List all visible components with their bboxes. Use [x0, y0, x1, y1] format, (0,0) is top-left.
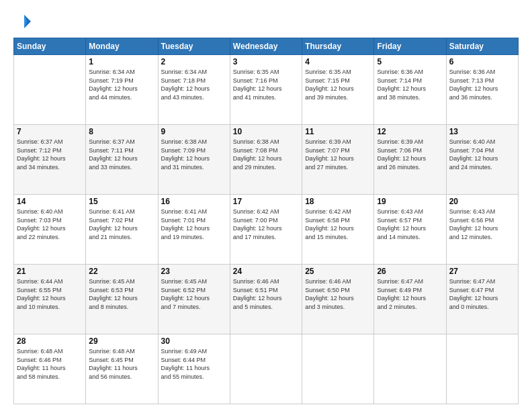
calendar-cell: 23Sunrise: 6:45 AM Sunset: 6:52 PM Dayli… — [158, 265, 230, 334]
calendar-cell: 5Sunrise: 6:36 AM Sunset: 7:14 PM Daylig… — [374, 55, 446, 125]
cell-info: Sunrise: 6:39 AM Sunset: 7:07 PM Dayligh… — [305, 138, 371, 171]
cell-info: Sunrise: 6:48 AM Sunset: 6:46 PM Dayligh… — [17, 347, 83, 381]
cell-info: Sunrise: 6:42 AM Sunset: 6:58 PM Dayligh… — [305, 208, 371, 241]
logo — [13, 12, 35, 31]
day-number: 2 — [161, 57, 227, 66]
calendar-cell: 17Sunrise: 6:42 AM Sunset: 7:00 PM Dayli… — [230, 195, 302, 265]
cell-info: Sunrise: 6:48 AM Sunset: 6:45 PM Dayligh… — [89, 347, 154, 381]
cell-info: Sunrise: 6:34 AM Sunset: 7:18 PM Dayligh… — [161, 68, 227, 101]
day-number: 26 — [377, 267, 443, 276]
cell-info: Sunrise: 6:39 AM Sunset: 7:06 PM Dayligh… — [377, 138, 443, 171]
calendar-cell: 15Sunrise: 6:41 AM Sunset: 7:02 PM Dayli… — [86, 195, 158, 265]
calendar-cell: 18Sunrise: 6:42 AM Sunset: 6:58 PM Dayli… — [302, 195, 374, 265]
calendar-cell: 2Sunrise: 6:34 AM Sunset: 7:18 PM Daylig… — [158, 55, 230, 125]
weekday-header-tuesday: Tuesday — [158, 38, 230, 55]
day-number: 12 — [377, 127, 443, 136]
calendar-cell — [446, 334, 518, 404]
day-number: 20 — [449, 197, 515, 206]
calendar-cell: 6Sunrise: 6:36 AM Sunset: 7:13 PM Daylig… — [446, 55, 518, 125]
cell-info: Sunrise: 6:44 AM Sunset: 6:55 PM Dayligh… — [17, 277, 83, 311]
calendar-cell: 21Sunrise: 6:44 AM Sunset: 6:55 PM Dayli… — [14, 265, 86, 334]
calendar-cell: 25Sunrise: 6:46 AM Sunset: 6:50 PM Dayli… — [302, 265, 374, 334]
day-number: 21 — [17, 267, 83, 276]
calendar-cell: 27Sunrise: 6:47 AM Sunset: 6:47 PM Dayli… — [446, 265, 518, 334]
day-number: 25 — [305, 267, 371, 276]
calendar-cell: 12Sunrise: 6:39 AM Sunset: 7:06 PM Dayli… — [374, 125, 446, 195]
calendar-cell: 3Sunrise: 6:35 AM Sunset: 7:16 PM Daylig… — [230, 55, 302, 125]
cell-info: Sunrise: 6:41 AM Sunset: 7:01 PM Dayligh… — [161, 208, 227, 241]
header — [13, 12, 519, 31]
day-number: 27 — [449, 267, 515, 276]
cell-info: Sunrise: 6:46 AM Sunset: 6:51 PM Dayligh… — [233, 277, 299, 311]
weekday-header-saturday: Saturday — [446, 38, 518, 55]
day-number: 30 — [161, 336, 227, 346]
calendar-cell: 9Sunrise: 6:38 AM Sunset: 7:09 PM Daylig… — [158, 125, 230, 195]
calendar-cell: 11Sunrise: 6:39 AM Sunset: 7:07 PM Dayli… — [302, 125, 374, 195]
calendar-week-row: 14Sunrise: 6:40 AM Sunset: 7:03 PM Dayli… — [14, 195, 519, 265]
calendar-week-row: 21Sunrise: 6:44 AM Sunset: 6:55 PM Dayli… — [14, 265, 519, 334]
calendar-cell: 8Sunrise: 6:37 AM Sunset: 7:11 PM Daylig… — [86, 125, 158, 195]
cell-info: Sunrise: 6:42 AM Sunset: 7:00 PM Dayligh… — [233, 208, 299, 241]
cell-info: Sunrise: 6:45 AM Sunset: 6:52 PM Dayligh… — [161, 277, 227, 311]
calendar-cell: 19Sunrise: 6:43 AM Sunset: 6:57 PM Dayli… — [374, 195, 446, 265]
day-number: 19 — [377, 197, 443, 206]
day-number: 9 — [161, 127, 227, 136]
weekday-header-sunday: Sunday — [14, 38, 86, 55]
calendar-cell: 20Sunrise: 6:43 AM Sunset: 6:56 PM Dayli… — [446, 195, 518, 265]
day-number: 14 — [17, 197, 83, 206]
calendar-cell: 13Sunrise: 6:40 AM Sunset: 7:04 PM Dayli… — [446, 125, 518, 195]
calendar-cell — [302, 334, 374, 404]
calendar-cell — [230, 334, 302, 404]
calendar-cell: 14Sunrise: 6:40 AM Sunset: 7:03 PM Dayli… — [14, 195, 86, 265]
cell-info: Sunrise: 6:43 AM Sunset: 6:57 PM Dayligh… — [377, 208, 443, 241]
cell-info: Sunrise: 6:38 AM Sunset: 7:09 PM Dayligh… — [161, 138, 227, 171]
cell-info: Sunrise: 6:35 AM Sunset: 7:15 PM Dayligh… — [305, 68, 371, 101]
weekday-header-wednesday: Wednesday — [230, 38, 302, 55]
calendar-cell: 10Sunrise: 6:38 AM Sunset: 7:08 PM Dayli… — [230, 125, 302, 195]
cell-info: Sunrise: 6:37 AM Sunset: 7:12 PM Dayligh… — [17, 138, 83, 171]
calendar-cell: 26Sunrise: 6:47 AM Sunset: 6:49 PM Dayli… — [374, 265, 446, 334]
cell-info: Sunrise: 6:38 AM Sunset: 7:08 PM Dayligh… — [233, 138, 299, 171]
day-number: 13 — [449, 127, 515, 136]
cell-info: Sunrise: 6:34 AM Sunset: 7:19 PM Dayligh… — [89, 68, 154, 101]
day-number: 16 — [161, 197, 227, 206]
day-number: 28 — [17, 336, 83, 346]
day-number: 17 — [233, 197, 299, 206]
cell-info: Sunrise: 6:36 AM Sunset: 7:13 PM Dayligh… — [449, 68, 515, 101]
calendar-week-row: 7Sunrise: 6:37 AM Sunset: 7:12 PM Daylig… — [14, 125, 519, 195]
day-number: 6 — [449, 57, 515, 66]
cell-info: Sunrise: 6:45 AM Sunset: 6:53 PM Dayligh… — [89, 277, 154, 311]
day-number: 23 — [161, 267, 227, 276]
page: SundayMondayTuesdayWednesdayThursdayFrid… — [0, 0, 532, 411]
day-number: 7 — [17, 127, 83, 136]
calendar-cell — [374, 334, 446, 404]
calendar-cell: 22Sunrise: 6:45 AM Sunset: 6:53 PM Dayli… — [86, 265, 158, 334]
calendar-cell: 1Sunrise: 6:34 AM Sunset: 7:19 PM Daylig… — [86, 55, 158, 125]
cell-info: Sunrise: 6:49 AM Sunset: 6:44 PM Dayligh… — [161, 347, 227, 381]
weekday-header-thursday: Thursday — [302, 38, 374, 55]
cell-info: Sunrise: 6:47 AM Sunset: 6:47 PM Dayligh… — [449, 277, 515, 311]
calendar-cell: 7Sunrise: 6:37 AM Sunset: 7:12 PM Daylig… — [14, 125, 86, 195]
day-number: 22 — [89, 267, 154, 276]
cell-info: Sunrise: 6:40 AM Sunset: 7:04 PM Dayligh… — [449, 138, 515, 171]
cell-info: Sunrise: 6:35 AM Sunset: 7:16 PM Dayligh… — [233, 68, 299, 101]
day-number: 15 — [89, 197, 154, 206]
calendar-cell: 29Sunrise: 6:48 AM Sunset: 6:45 PM Dayli… — [86, 334, 158, 404]
cell-info: Sunrise: 6:43 AM Sunset: 6:56 PM Dayligh… — [449, 208, 515, 241]
day-number: 3 — [233, 57, 299, 66]
calendar-week-row: 28Sunrise: 6:48 AM Sunset: 6:46 PM Dayli… — [14, 334, 519, 404]
weekday-header-monday: Monday — [86, 38, 158, 55]
calendar-cell: 4Sunrise: 6:35 AM Sunset: 7:15 PM Daylig… — [302, 55, 374, 125]
day-number: 24 — [233, 267, 299, 276]
day-number: 29 — [89, 336, 154, 346]
day-number: 1 — [89, 57, 154, 66]
day-number: 5 — [377, 57, 443, 66]
cell-info: Sunrise: 6:41 AM Sunset: 7:02 PM Dayligh… — [89, 208, 154, 241]
calendar-cell — [14, 55, 86, 125]
calendar-cell: 16Sunrise: 6:41 AM Sunset: 7:01 PM Dayli… — [158, 195, 230, 265]
day-number: 11 — [305, 127, 371, 136]
cell-info: Sunrise: 6:46 AM Sunset: 6:50 PM Dayligh… — [305, 277, 371, 311]
day-number: 8 — [89, 127, 154, 136]
cell-info: Sunrise: 6:36 AM Sunset: 7:14 PM Dayligh… — [377, 68, 443, 101]
weekday-header-friday: Friday — [374, 38, 446, 55]
